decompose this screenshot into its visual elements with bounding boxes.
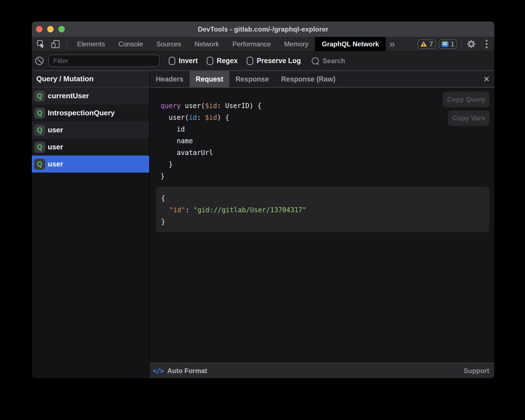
list-item-user-1[interactable]: Q user: [32, 121, 149, 139]
tab-graphql-network[interactable]: GraphQL Network: [315, 37, 386, 51]
devtools-toolbar: Elements Console Sources Network Perform…: [32, 37, 494, 51]
code-line: user(id: $id) {: [161, 112, 261, 123]
tab-sources[interactable]: Sources: [150, 37, 188, 51]
query-list-header: Query / Mutation: [32, 71, 149, 87]
detail-tabs: Headers Request Response Response (Raw) …: [150, 71, 494, 88]
preserve-log-checkbox-group: Preserve Log: [247, 57, 301, 65]
graphql-query-code: query user($id: UserID) { user(id: $id) …: [161, 100, 261, 182]
device-toolbar-icon[interactable]: [51, 40, 60, 48]
regex-checkbox-group: Regex: [207, 57, 238, 65]
chat-icon: [442, 41, 448, 47]
tab-headers[interactable]: Headers: [150, 71, 190, 87]
toolbar-divider-right: [461, 40, 462, 48]
tab-response-raw[interactable]: Response (Raw): [275, 71, 342, 87]
auto-format-label[interactable]: Auto Format: [167, 367, 207, 375]
tab-request[interactable]: Request: [190, 71, 230, 87]
preserve-log-label: Preserve Log: [257, 57, 301, 65]
close-panel-icon[interactable]: ✕: [483, 71, 490, 87]
tab-network[interactable]: Network: [188, 37, 226, 51]
tab-console[interactable]: Console: [112, 37, 150, 51]
list-item-user-3-selected[interactable]: Q user: [32, 156, 149, 173]
regex-checkbox[interactable]: [207, 57, 213, 65]
query-type-badge: Q: [34, 142, 45, 153]
variables-line: }: [161, 216, 489, 228]
search-label: Search: [323, 57, 345, 65]
request-content: query user($id: UserID) { user(id: $id) …: [150, 88, 494, 363]
warning-icon: [420, 41, 427, 47]
minimize-window-button[interactable]: [47, 26, 54, 32]
query-type-badge: Q: [34, 90, 45, 102]
block-requests-icon[interactable]: [35, 57, 44, 65]
footer-bar: </> Auto Format Support: [150, 363, 494, 378]
inspect-element-icon[interactable]: [37, 40, 45, 48]
list-item-introspectionquery[interactable]: Q IntrospectionQuery: [32, 104, 149, 121]
settings-gear-icon[interactable]: [467, 40, 476, 48]
messages-badge[interactable]: 1: [439, 39, 457, 49]
more-tabs-icon[interactable]: »: [386, 37, 398, 51]
filter-input[interactable]: [48, 54, 160, 67]
warning-count: 7: [429, 40, 433, 48]
support-link[interactable]: Support: [464, 367, 489, 375]
tab-memory[interactable]: Memory: [278, 37, 315, 51]
panel-tabs: Elements Console Sources Network Perform…: [70, 37, 386, 51]
query-variables-box: { "id": "gid://gitlab/User/13704317"}: [156, 187, 489, 232]
query-type-badge: Q: [34, 125, 45, 136]
search-group[interactable]: Search: [312, 57, 345, 65]
window-title: DevTools - gitlab.com/-/graphql-explorer: [198, 25, 328, 33]
list-item-user-2[interactable]: Q user: [32, 139, 149, 156]
preserve-log-checkbox[interactable]: [247, 57, 253, 65]
invert-label: Invert: [179, 57, 198, 65]
issues-warning-badge[interactable]: 7: [417, 39, 436, 49]
query-list-panel: Query / Mutation Q currentUser Q Introsp…: [32, 71, 150, 378]
code-line: }: [161, 170, 261, 182]
invert-checkbox[interactable]: [169, 57, 175, 65]
query-type-badge: Q: [34, 108, 45, 119]
code-line: query user($id: UserID) {: [161, 100, 261, 112]
search-icon: [312, 57, 319, 65]
query-type-badge: Q: [34, 159, 45, 170]
request-detail-panel: Headers Request Response Response (Raw) …: [150, 71, 494, 378]
toolbar-divider: [66, 40, 67, 48]
code-line: id: [161, 123, 261, 135]
code-line: avatarUrl: [161, 147, 261, 159]
close-window-button[interactable]: [36, 26, 42, 32]
traffic-lights: [36, 22, 65, 37]
code-line: name: [161, 135, 261, 147]
message-count: 1: [451, 40, 454, 48]
regex-label: Regex: [217, 57, 238, 65]
variables-line: "id": "gid://gitlab/User/13704317": [161, 204, 489, 216]
code-line: }: [161, 159, 261, 170]
invert-checkbox-group: Invert: [169, 57, 198, 65]
filter-bar: Invert Regex Preserve Log Search: [32, 51, 494, 70]
kebab-menu-icon[interactable]: [486, 40, 488, 48]
variables-line: {: [161, 192, 489, 204]
tab-performance[interactable]: Performance: [226, 37, 277, 51]
list-item-currentuser[interactable]: Q currentUser: [32, 87, 149, 104]
code-format-icon: </>: [153, 367, 163, 375]
zoom-window-button[interactable]: [58, 26, 65, 32]
copy-query-button[interactable]: Copy Query: [443, 92, 490, 107]
title-bar: DevTools - gitlab.com/-/graphql-explorer: [32, 22, 494, 37]
tab-elements[interactable]: Elements: [70, 37, 112, 51]
devtools-window: DevTools - gitlab.com/-/graphql-explorer…: [32, 22, 494, 378]
tab-response[interactable]: Response: [229, 71, 275, 87]
copy-vars-button[interactable]: Copy Vars: [448, 110, 490, 126]
